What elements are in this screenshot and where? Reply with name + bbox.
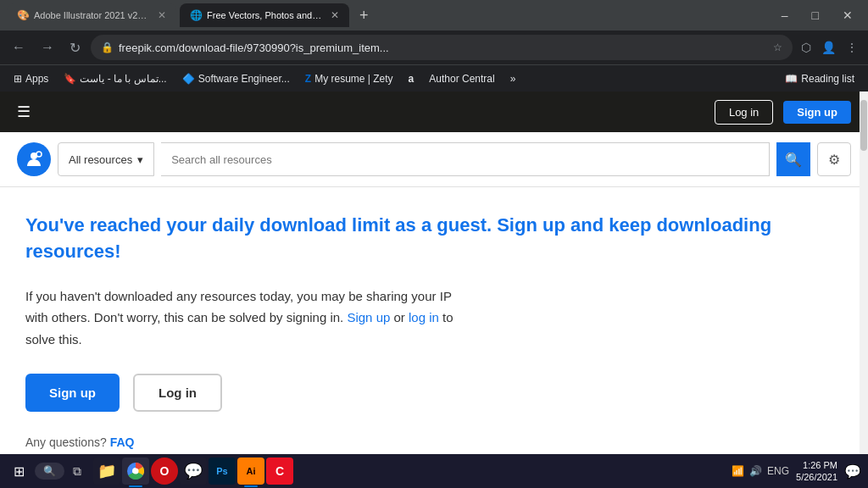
- filter-icon: ⚙: [828, 152, 840, 168]
- signup-inline-link[interactable]: Sign up: [347, 310, 390, 324]
- url-bar[interactable]: 🔒 freepik.com/download-file/9730990?is_p…: [91, 35, 793, 60]
- language-label[interactable]: ENG: [767, 465, 789, 477]
- dropdown-label: All resources: [69, 153, 132, 166]
- tab-freepik-title: Free Vectors, Photos and PSD Do...: [207, 10, 322, 20]
- search-input-wrap: [161, 142, 770, 176]
- tab-illustrator-close[interactable]: ✕: [158, 9, 166, 21]
- bookmarks-bar: ⊞ Apps 🔖 تماس با ما - یاست... 🔷 Software…: [0, 64, 868, 92]
- taskbar-app-chrome[interactable]: [122, 458, 149, 485]
- taskbar-apps: 📁 O 💬 Ps Ai: [93, 458, 293, 485]
- action-buttons: Sign up Log in: [25, 374, 843, 412]
- new-tab-button[interactable]: +: [353, 3, 376, 28]
- task-view-icon[interactable]: ⧉: [68, 461, 86, 482]
- reading-list-button[interactable]: 📖 Reading list: [778, 70, 861, 87]
- bookmark-more[interactable]: »: [504, 70, 523, 87]
- bookmark-apps[interactable]: ⊞ Apps: [7, 70, 55, 87]
- taskbar-search-icon: 🔍: [43, 465, 56, 477]
- reading-list-icon: 📖: [785, 73, 798, 85]
- limit-description: If you haven't downloaded any resources …: [25, 286, 466, 351]
- bookmark-apps-label: Apps: [25, 73, 48, 85]
- scrollbar-thumb[interactable]: [860, 100, 867, 151]
- taskbar-app-opera[interactable]: O: [151, 458, 178, 485]
- bookmark-software-icon: 🔷: [182, 73, 195, 85]
- taskbar-search[interactable]: 🔍: [35, 463, 64, 480]
- taskbar-time: 1:26 PM 5/26/2021: [796, 459, 837, 484]
- main-login-button[interactable]: Log in: [133, 374, 222, 412]
- reload-button[interactable]: ↻: [64, 36, 86, 59]
- faq-prefix: Any questions?: [25, 435, 107, 449]
- login-inline-link[interactable]: log in: [409, 310, 439, 324]
- search-area: All resources ▾ 🔍 ⚙: [0, 132, 868, 187]
- forward-button[interactable]: →: [36, 36, 59, 58]
- freepik-logo: [17, 142, 51, 176]
- hamburger-menu[interactable]: ☰: [17, 103, 31, 121]
- description-or: or: [393, 310, 409, 324]
- volume-icon: 🔊: [749, 465, 762, 477]
- page-content: ☰ Log in Sign up All resources ▾: [0, 92, 868, 454]
- bookmark-amazon[interactable]: a: [402, 70, 421, 87]
- title-bar: 🎨 Adobe Illustrator 2021 v25.2.3.2... ✕ …: [0, 0, 868, 30]
- tab-freepik-icon: 🌐: [190, 9, 202, 21]
- bookmark-zety-icon: Z: [305, 73, 311, 85]
- main-content: You've reached your daily download limit…: [0, 187, 868, 454]
- reading-list-label: Reading list: [801, 73, 854, 85]
- time-display: 1:26 PM: [796, 459, 837, 471]
- faq-line: Any questions? FAQ: [25, 435, 843, 449]
- bookmark-software-label: Software Engineer...: [198, 73, 290, 85]
- bookmark-author-central-label: Author Central: [429, 73, 494, 85]
- bookmarks-right-controls: 📖 Reading list: [778, 70, 861, 87]
- bookmark-software[interactable]: 🔷 Software Engineer...: [175, 70, 297, 87]
- scrollbar[interactable]: [860, 92, 868, 454]
- svg-point-1: [36, 152, 42, 157]
- taskbar-app-illustrator[interactable]: Ai: [237, 458, 264, 485]
- limit-title: You've reached your daily download limit…: [25, 213, 843, 265]
- maximize-button[interactable]: □: [804, 5, 827, 25]
- taskbar-app-explorer[interactable]: 📁: [93, 458, 120, 485]
- taskbar-app-photoshop[interactable]: Ps: [209, 458, 236, 485]
- minimize-button[interactable]: –: [773, 5, 797, 25]
- header-login-button[interactable]: Log in: [715, 100, 773, 125]
- star-icon: ☆: [773, 42, 782, 53]
- header-signup-button[interactable]: Sign up: [783, 101, 851, 124]
- bookmark-author-central[interactable]: Author Central: [422, 70, 501, 87]
- tab-freepik[interactable]: 🌐 Free Vectors, Photos and PSD Do... ✕: [180, 3, 349, 27]
- menu-button[interactable]: ⋮: [843, 37, 861, 58]
- bookmark-contact[interactable]: 🔖 تماس با ما - یاست...: [57, 70, 173, 87]
- search-input[interactable]: [161, 153, 769, 166]
- url-text: freepik.com/download-file/9730990?is_pre…: [119, 42, 768, 54]
- title-bar-controls: – □ ✕: [773, 5, 861, 25]
- filter-button[interactable]: ⚙: [817, 142, 851, 176]
- tab-illustrator-icon: 🎨: [17, 9, 29, 21]
- bookmark-contact-icon: 🔖: [64, 73, 76, 85]
- tab-illustrator-title: Adobe Illustrator 2021 v25.2.3.2...: [34, 10, 149, 20]
- extensions-button[interactable]: ⬡: [798, 37, 815, 58]
- taskbar: ⊞ 🔍 ⧉ 📁 O 💬: [0, 454, 868, 488]
- search-submit-icon: 🔍: [785, 152, 802, 168]
- bookmark-zety[interactable]: Z My resume | Zety: [298, 70, 400, 87]
- search-submit-button[interactable]: 🔍: [776, 142, 810, 176]
- back-button[interactable]: ←: [7, 36, 31, 58]
- header-right-buttons: Log in Sign up: [715, 100, 851, 125]
- resources-dropdown[interactable]: All resources ▾: [58, 142, 154, 176]
- taskbar-app-cortana[interactable]: C: [266, 458, 293, 485]
- address-right-icons: ⬡ 👤 ⋮: [798, 37, 861, 58]
- close-button[interactable]: ✕: [834, 5, 861, 25]
- main-signup-button[interactable]: Sign up: [25, 374, 120, 412]
- taskbar-app-whatsapp[interactable]: 💬: [180, 458, 207, 485]
- chat-icon[interactable]: 💬: [844, 463, 861, 480]
- bookmark-contact-label: تماس با ما - یاست...: [80, 73, 166, 85]
- tab-freepik-close[interactable]: ✕: [331, 9, 339, 21]
- lock-icon: 🔒: [101, 42, 114, 53]
- address-bar: ← → ↻ 🔒 freepik.com/download-file/973099…: [0, 30, 868, 64]
- wifi-icon: 📶: [732, 465, 744, 477]
- apps-icon: ⊞: [14, 73, 22, 85]
- tab-illustrator[interactable]: 🎨 Adobe Illustrator 2021 v25.2.3.2... ✕: [7, 3, 176, 27]
- faq-link[interactable]: FAQ: [110, 435, 135, 449]
- bookmark-more-label: »: [510, 73, 516, 85]
- start-button[interactable]: ⊞: [7, 460, 31, 483]
- taskbar-right: 📶 🔊 ENG 1:26 PM 5/26/2021 💬: [732, 459, 861, 484]
- bookmark-amazon-icon: a: [409, 73, 415, 85]
- taskbar-system-icons: 📶 🔊 ENG: [732, 465, 789, 477]
- profile-button[interactable]: 👤: [818, 37, 839, 58]
- svg-point-4: [133, 469, 139, 474]
